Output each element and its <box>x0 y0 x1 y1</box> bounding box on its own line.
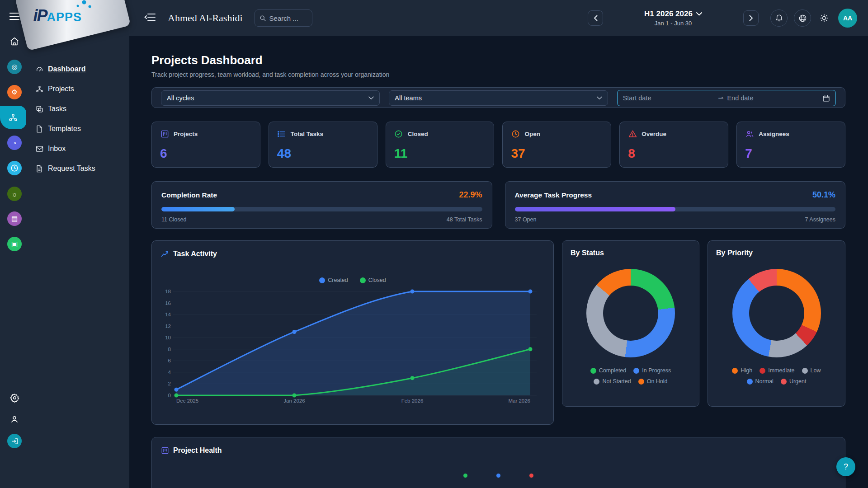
legend-dot <box>360 277 366 283</box>
svg-text:10: 10 <box>165 335 171 340</box>
logo-text-ip: iP <box>33 6 47 25</box>
legend-item[interactable]: Low <box>802 367 821 374</box>
prev-period-button[interactable] <box>588 10 603 26</box>
legend-label: Closed <box>368 277 386 283</box>
search-box[interactable] <box>255 9 312 27</box>
svg-text:4: 4 <box>168 370 171 375</box>
legend-item[interactable]: Completed <box>590 367 626 374</box>
theme-sun-icon[interactable] <box>817 11 831 25</box>
calendar-icon[interactable] <box>822 94 830 102</box>
progress-percent: 22.9% <box>459 190 482 200</box>
sidebar-item-templates[interactable]: Templates <box>35 122 81 136</box>
section-title: Project Health <box>173 446 222 455</box>
chart-title: Task Activity <box>173 250 217 258</box>
profile-person-icon[interactable] <box>7 412 22 427</box>
progress-fill <box>161 207 235 211</box>
sidebar-icon-rail: ◎ ⚙ ◔ ☼ ▤ ▣ <box>0 0 29 488</box>
legend-item[interactable]: Urgent <box>781 378 807 385</box>
notifications-bell-icon[interactable] <box>770 9 788 27</box>
sidebar-item-label: Request Tasks <box>48 164 95 173</box>
rail-goals-icon[interactable]: ◎ <box>7 60 22 74</box>
sidebar-item-label: Tasks <box>48 105 66 113</box>
legend-dot <box>529 474 533 478</box>
search-input[interactable] <box>269 14 306 22</box>
network-icon <box>35 85 43 93</box>
legend-item[interactable]: In Progress <box>633 367 671 374</box>
charts-row: Task Activity CreatedClosed 024681012141… <box>151 240 845 425</box>
priority-donut-chart <box>732 269 821 357</box>
stat-label: Overdue <box>642 131 666 137</box>
progress-left-label: 37 Open <box>515 216 537 223</box>
sidebar-item-request-tasks[interactable]: Request Tasks <box>35 162 95 175</box>
logo-text-apps: APPS <box>47 10 82 24</box>
status-donut-chart <box>586 269 675 357</box>
check-circle-icon <box>394 129 403 138</box>
rail-active-tasks-icon[interactable] <box>0 106 26 129</box>
legend-item[interactable]: On Hold <box>638 378 668 385</box>
by-priority-card: By Priority HighImmediateLowNormalUrgent <box>708 240 845 407</box>
file-request-icon <box>35 164 43 173</box>
legend-item[interactable]: High <box>732 367 752 374</box>
collapse-sidebar-icon[interactable] <box>144 12 156 24</box>
logout-icon[interactable] <box>7 434 22 448</box>
rail-time-icon[interactable] <box>7 161 22 175</box>
legend-dot <box>732 368 738 374</box>
app-root: ◎ ⚙ ◔ ☼ ▤ ▣ <box>0 0 868 488</box>
rail-projects-icon[interactable]: ⚙ <box>7 85 22 99</box>
rail-divider <box>5 382 24 382</box>
stat-value: 7 <box>745 147 837 160</box>
priority-donut-legend: HighImmediateLowNormalUrgent <box>716 367 837 385</box>
legend-label: Created <box>328 277 348 283</box>
legend-item[interactable]: Normal <box>747 378 774 385</box>
task-activity-card: Task Activity CreatedClosed 024681012141… <box>151 240 554 425</box>
svg-text:12: 12 <box>165 324 171 329</box>
stats-row: Projects 6 Total Tasks 48 Closed 11 Open… <box>151 122 845 168</box>
svg-text:14: 14 <box>165 312 171 317</box>
sidebar-item-label: Projects <box>48 85 74 93</box>
stat-card-assignees: Assignees 7 <box>736 122 845 168</box>
end-date-input[interactable] <box>727 94 819 102</box>
rail-docs-icon[interactable]: ▣ <box>7 237 22 251</box>
legend-label: Normal <box>755 378 774 385</box>
stat-card-projects: Projects 6 <box>151 122 260 168</box>
teams-select[interactable]: All teams <box>389 90 608 106</box>
sidebar-item-tasks[interactable]: Tasks <box>35 102 66 116</box>
chevron-down-icon <box>696 12 702 16</box>
rail-ideas-icon[interactable]: ☼ <box>7 187 22 201</box>
sidebar-item-projects[interactable]: Projects <box>35 82 74 96</box>
date-range-picker[interactable]: ⇀ <box>617 90 836 106</box>
start-date-input[interactable] <box>623 94 715 102</box>
legend-dot <box>760 368 765 374</box>
sidebar-item-label: Inbox <box>48 145 66 153</box>
language-globe-icon[interactable] <box>794 9 811 27</box>
search-icon <box>259 15 266 22</box>
legend-dot <box>633 368 639 374</box>
sidebar-item-dashboard[interactable]: Dashboard <box>35 62 86 76</box>
settings-gear-icon[interactable] <box>7 390 22 405</box>
rail-dashboard-icon[interactable]: ◔ <box>7 136 22 150</box>
sidebar-item-inbox[interactable]: Inbox <box>35 142 66 155</box>
help-button[interactable]: ? <box>836 457 855 476</box>
legend-item[interactable]: Immediate <box>760 367 794 374</box>
svg-text:Feb 2026: Feb 2026 <box>401 398 424 404</box>
rail-reports-icon[interactable]: ▤ <box>7 211 22 226</box>
user-name: Ahmed Al-Rashidi <box>168 12 243 24</box>
task-activity-line-chart: 024681012141618Dec 2025Jan 2026Feb 2026M… <box>161 286 545 404</box>
stat-card-overdue: Overdue 8 <box>619 122 728 168</box>
cycles-select[interactable]: All cycles <box>161 90 380 106</box>
svg-text:Mar 2026: Mar 2026 <box>508 398 530 404</box>
legend-label: Low <box>811 367 821 374</box>
legend-item[interactable]: Not Started <box>594 378 631 385</box>
stat-value: 11 <box>394 147 486 160</box>
legend-dot <box>319 277 325 283</box>
next-period-button[interactable] <box>743 10 759 26</box>
period-dropdown[interactable]: H1 2026 2026 <box>630 9 716 19</box>
progress-row: Completion Rate 22.9% 11 Closed 48 Total… <box>151 181 845 229</box>
legend-item[interactable]: Closed <box>360 277 386 283</box>
avatar[interactable]: AA <box>838 9 857 28</box>
svg-text:0: 0 <box>168 393 171 398</box>
svg-text:18: 18 <box>165 289 171 294</box>
home-icon[interactable] <box>7 34 22 49</box>
legend-item[interactable]: Created <box>319 277 348 283</box>
legend-dot <box>590 368 596 374</box>
